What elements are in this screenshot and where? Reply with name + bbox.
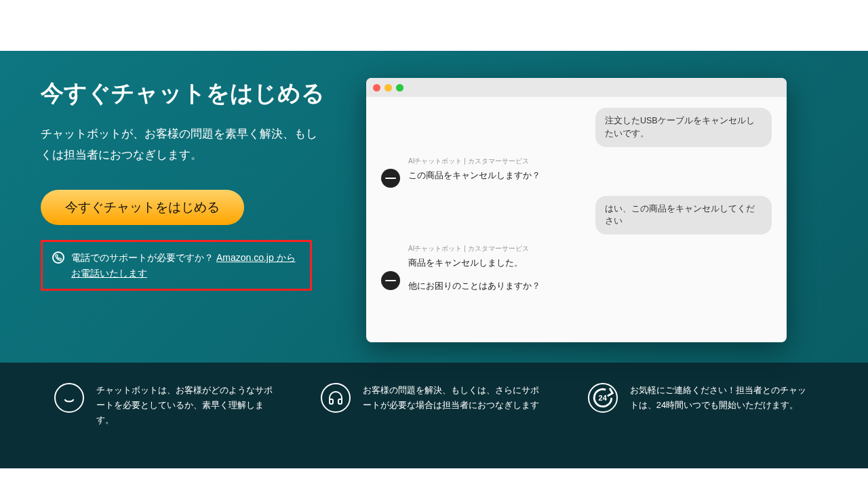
bot-avatar-icon: [381, 169, 400, 188]
phone-support-text: 電話でのサポートが必要ですか？ Amazon.co.jp からお電話いたします: [71, 250, 300, 281]
clock-24-icon: 24: [588, 383, 618, 413]
phone-support-box: 電話でのサポートが必要ですか？ Amazon.co.jp からお電話いたします: [41, 240, 312, 291]
hero-description: チャットボットが、お客様の問題を素早く解決、もしくは担当者におつなぎします。: [41, 124, 326, 165]
minimize-icon: [384, 84, 392, 92]
footer-section: チャットボットは、お客様がどのようなサポートを必要としているか、素早く理解します…: [0, 363, 868, 468]
hero-title: 今すぐチャットをはじめる: [41, 78, 326, 108]
hero-section: 今すぐチャットをはじめる チャットボットが、お客様の問題を素早く解決、もしくは担…: [0, 51, 868, 363]
bot-label: AIチャットボット | カスタマーサービス: [408, 244, 772, 253]
user-message: 注文したUSBケーブルをキャンセルしたいです。: [595, 108, 772, 147]
footer-feature: チャットボットは、お客様がどのようなサポートを必要としているか、素早く理解します…: [54, 383, 280, 428]
maximize-icon: [396, 84, 403, 92]
bot-message: 他にお困りのことはありますか？: [408, 279, 772, 293]
phone-icon: [52, 251, 64, 264]
window-titlebar: [366, 78, 787, 97]
footer-text: お客様の問題を解決、もしくは、さらにサポートが必要な場合は担当者におつなぎします: [363, 383, 547, 413]
footer-feature: 24 お気軽にご連絡ください！担当者とのチャットは、24時間いつでも開始いただけ…: [588, 383, 814, 428]
bot-avatar-icon: [381, 271, 400, 290]
bot-message-row: AIチャットボット | カスタマーサービス 商品をキャンセルしました。 他にお困…: [381, 244, 772, 295]
bot-message: この商品をキャンセルしますか？: [408, 169, 772, 182]
start-chat-button[interactable]: 今すぐチャットをはじめる: [41, 190, 244, 225]
headset-icon: [321, 383, 351, 413]
chat-window-mockup: 注文したUSBケーブルをキャンセルしたいです。 AIチャットボット | カスタマ…: [366, 78, 787, 342]
user-message: はい、この商品をキャンセルしてください: [595, 196, 772, 235]
footer-text: チャットボットは、お客様がどのようなサポートを必要としているか、素早く理解します…: [96, 383, 280, 428]
chat-body: 注文したUSBケーブルをキャンセルしたいです。 AIチャットボット | カスタマ…: [366, 97, 787, 314]
footer-text: お気軽にご連絡ください！担当者とのチャットは、24時間いつでも開始いただけます。: [630, 383, 814, 413]
bot-label: AIチャットボット | カスタマーサービス: [408, 157, 772, 166]
clock-24-label: 24: [599, 394, 607, 402]
close-icon: [373, 84, 380, 92]
footer-feature: お客様の問題を解決、もしくは、さらにサポートが必要な場合は担当者におつなぎします: [321, 383, 547, 428]
hero-content: 今すぐチャットをはじめる チャットボットが、お客様の問題を素早く解決、もしくは担…: [41, 78, 326, 342]
smile-icon: [54, 383, 84, 413]
bot-message: 商品をキャンセルしました。: [408, 256, 772, 270]
bot-message-row: AIチャットボット | カスタマーサービス この商品をキャンセルしますか？: [381, 157, 772, 188]
